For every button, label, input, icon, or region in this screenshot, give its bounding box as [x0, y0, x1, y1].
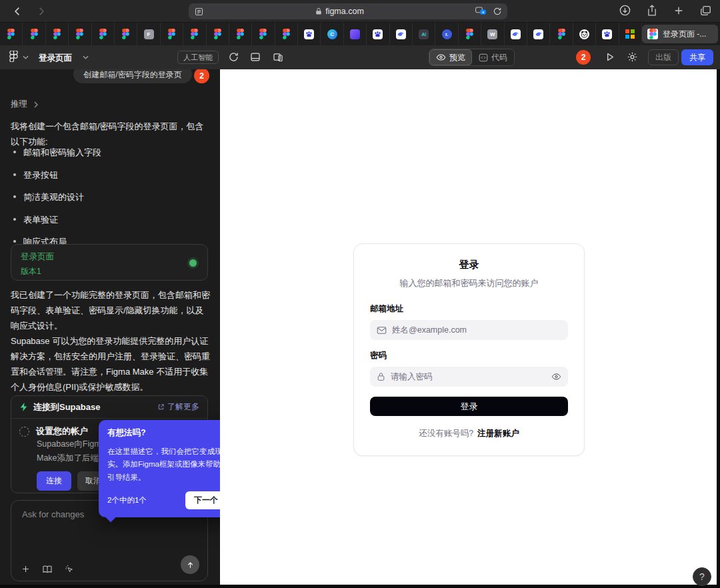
pinned-tab[interactable]	[183, 23, 206, 45]
figma-icon	[214, 29, 221, 39]
browser-back-icon[interactable]	[11, 5, 24, 18]
new-tab-icon[interactable]	[673, 4, 685, 17]
next-button[interactable]: 下一个	[185, 491, 220, 509]
help-button[interactable]: ?	[693, 567, 711, 586]
onboarding-tooltip: 有想法吗? 在这里描述它，我们会把它变成现实。添加Figma框架或图像来帮助引导…	[99, 420, 220, 517]
gear-icon[interactable]	[627, 51, 638, 63]
pinned-tab[interactable]	[459, 23, 481, 45]
pinned-tab[interactable]	[390, 23, 413, 45]
figma-icon	[168, 29, 175, 39]
chevron-down-icon[interactable]	[83, 55, 89, 59]
pinned-tab[interactable]	[344, 23, 367, 45]
make-toolbar: 登录页面 人工智能 预览 代码 2 出版 共享	[0, 45, 720, 69]
pinned-tab[interactable]	[367, 23, 389, 45]
chevron-down-icon[interactable]	[23, 55, 29, 59]
pinned-tab[interactable]	[115, 23, 137, 45]
r-circle-icon: r.	[442, 29, 452, 39]
figma-make-menu-icon[interactable]	[8, 51, 19, 62]
whale-icon	[511, 29, 521, 39]
learn-more-link[interactable]: 了解更多	[157, 401, 199, 413]
signup-link[interactable]: 注册新账户	[477, 429, 519, 438]
figma-icon	[237, 29, 244, 39]
list-item: 邮箱和密码输入字段	[12, 147, 101, 159]
pinned-tab[interactable]	[229, 23, 252, 45]
pinned-tab[interactable]	[92, 23, 115, 45]
pinned-tab[interactable]	[252, 23, 275, 45]
pinned-tab[interactable]	[207, 23, 229, 45]
notification-badge[interactable]: 2	[576, 50, 591, 65]
connect-button[interactable]: 连接	[37, 471, 71, 491]
refresh-icon[interactable]	[228, 51, 239, 63]
w-letter-icon: W	[487, 29, 497, 39]
lightning-bolt-icon	[19, 402, 28, 412]
layout-panels-icon[interactable]	[272, 51, 284, 63]
pinned-tab[interactable]: r.	[435, 23, 458, 45]
pinned-tab[interactable]	[0, 23, 23, 45]
login-submit-button[interactable]: 登录	[370, 397, 568, 416]
pinned-tab[interactable]: F	[137, 23, 160, 45]
pinned-tab[interactable]	[23, 23, 45, 45]
version-card-title: 登录页面	[21, 251, 198, 263]
pinned-tab[interactable]	[527, 23, 550, 45]
pinned-tab[interactable]	[596, 23, 619, 45]
pinned-tab[interactable]	[298, 23, 321, 45]
address-bar[interactable]: figma.com a	[189, 3, 507, 19]
login-title: 登录	[370, 259, 568, 271]
chevron-right-icon	[34, 101, 38, 108]
tab-preview[interactable]: 预览	[429, 49, 472, 65]
browser-forward-icon[interactable]	[35, 5, 48, 18]
file-name[interactable]: 登录页面	[39, 53, 72, 64]
email-input[interactable]	[392, 325, 561, 335]
share-button[interactable]: 共享	[681, 49, 713, 65]
version-card[interactable]: 登录页面 版本1	[11, 244, 208, 281]
reasoning-toggle[interactable]: 推理	[11, 99, 38, 110]
ai-square-icon: AI	[419, 29, 429, 39]
tab-overview-icon[interactable]	[699, 4, 712, 17]
chat-sidebar: 创建邮箱/密码字段的登录页 2 推理 我将创建一个包含邮箱/密码字段的登录页面，…	[0, 69, 220, 588]
reload-icon[interactable]	[493, 7, 502, 16]
figma-icon	[7, 29, 15, 39]
pinned-tab[interactable]	[46, 23, 69, 45]
list-item: 简洁美观的设计	[12, 191, 101, 203]
reader-view-icon[interactable]	[194, 7, 204, 17]
publish-button[interactable]: 出版	[648, 49, 679, 65]
pinned-tab[interactable]: C	[321, 23, 343, 45]
play-icon[interactable]	[604, 51, 615, 63]
sparkle-cursor-icon[interactable]	[64, 564, 75, 574]
baidu-paw-icon	[373, 29, 383, 39]
password-input[interactable]	[391, 372, 546, 381]
window-edge	[0, 585, 720, 588]
active-tab[interactable]: 登录页面 -...	[642, 25, 718, 43]
supabase-card-title: 连接到Supabase	[33, 401, 152, 413]
lock-icon	[315, 7, 322, 15]
active-tab-title: 登录页面 -...	[663, 29, 706, 40]
book-icon[interactable]	[42, 564, 53, 574]
pinned-tab[interactable]	[69, 23, 91, 45]
pinned-tab[interactable]	[550, 23, 573, 45]
pinned-tab[interactable]: AI	[413, 23, 435, 45]
pinned-tab[interactable]	[619, 23, 642, 45]
figma-icon	[259, 29, 267, 39]
browser-chrome: figma.com a	[0, 0, 720, 23]
plus-icon[interactable]	[21, 564, 31, 574]
send-button[interactable]	[181, 555, 199, 574]
pinned-tab[interactable]	[161, 23, 183, 45]
password-field[interactable]	[370, 367, 568, 387]
downloads-icon[interactable]	[619, 4, 631, 17]
f-letter-icon: F	[144, 29, 154, 39]
figma-icon	[31, 29, 38, 39]
pinned-tab[interactable]	[573, 23, 596, 45]
tab-code[interactable]: 代码	[472, 49, 514, 65]
browser-frame-icon[interactable]	[249, 51, 261, 63]
pinned-tab[interactable]: W	[481, 23, 504, 45]
code-icon	[479, 53, 488, 62]
email-field[interactable]	[370, 320, 568, 340]
reasoning-label: 推理	[11, 99, 27, 110]
pinned-tab[interactable]	[505, 23, 527, 45]
pinned-tab[interactable]	[275, 23, 298, 45]
translate-icon[interactable]: a	[475, 7, 487, 16]
close-icon[interactable]	[219, 429, 220, 437]
share-icon[interactable]	[646, 4, 658, 17]
toggle-password-visibility-icon[interactable]	[551, 373, 561, 381]
baidu-paw-icon	[602, 29, 612, 39]
